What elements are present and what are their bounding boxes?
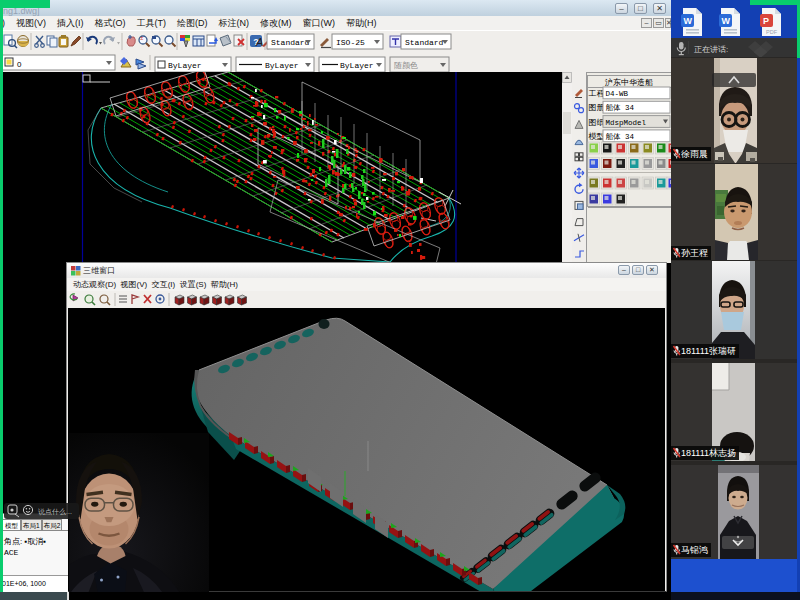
- svg-text:船体 34: 船体 34: [606, 103, 635, 112]
- svg-text:PDF: PDF: [766, 29, 778, 35]
- svg-text:沪东中华造船: 沪东中华造船: [604, 78, 653, 87]
- svg-text:图纸: 图纸: [589, 118, 605, 127]
- svg-text:船体 34: 船体 34: [606, 132, 635, 141]
- svg-text:正在讲话:: 正在讲话:: [694, 45, 728, 54]
- svg-text:Standard: Standard: [405, 38, 444, 47]
- svg-text:A: A: [255, 36, 263, 48]
- svg-text:ISO-25: ISO-25: [336, 38, 365, 47]
- svg-text:ByLayer: ByLayer: [168, 61, 202, 70]
- svg-text:说点什么...: 说点什么...: [38, 508, 72, 516]
- svg-text:MdspModel: MdspModel: [606, 119, 647, 127]
- svg-text:随颜色: 随颜色: [394, 61, 418, 70]
- svg-text:ByLayer: ByLayer: [340, 61, 374, 70]
- svg-text:D4-WB: D4-WB: [606, 90, 629, 98]
- svg-text:ByLayer: ByLayer: [265, 61, 299, 70]
- svg-text:W: W: [721, 16, 730, 26]
- svg-text:W: W: [683, 16, 692, 26]
- svg-text:0: 0: [17, 60, 22, 69]
- svg-text:P: P: [763, 16, 769, 26]
- svg-text:图册: 图册: [589, 103, 605, 112]
- svg-text:模型: 模型: [589, 132, 605, 141]
- svg-text:Standard: Standard: [271, 38, 310, 47]
